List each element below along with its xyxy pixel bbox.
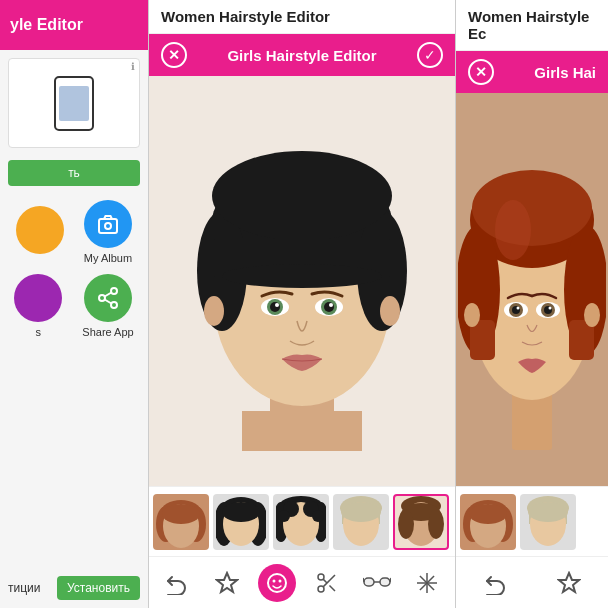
left-panel-title: yle Editor (10, 16, 83, 34)
share-circle[interactable] (84, 274, 132, 322)
right-face-area (456, 93, 608, 486)
promo-row: тиции Установить (0, 568, 148, 608)
svg-point-19 (275, 303, 279, 307)
right-hair-option-1[interactable] (460, 494, 516, 550)
svg-point-51 (398, 509, 414, 539)
right-adjust-button[interactable] (550, 564, 588, 602)
adjust-button[interactable] (208, 564, 246, 602)
purple-label: s (36, 326, 42, 338)
svg-rect-8 (242, 411, 362, 451)
right-hair-option-2[interactable] (520, 494, 576, 550)
right-sub-header: ✕ Girls Hai (456, 51, 608, 93)
undo-button[interactable] (158, 564, 196, 602)
svg-rect-0 (99, 219, 117, 233)
glasses-button[interactable] (358, 564, 396, 602)
middle-panel-title: Women Hairstyle Editor (161, 8, 330, 25)
share-label: Share App (82, 326, 133, 338)
svg-point-52 (428, 509, 444, 539)
face-button[interactable] (258, 564, 296, 602)
svg-point-57 (318, 574, 324, 580)
hair-option-5[interactable] (393, 494, 449, 550)
ad-green-button[interactable]: ть (8, 160, 140, 186)
svg-point-23 (329, 303, 333, 307)
ad-block: ℹ (8, 58, 140, 148)
hair-option-3[interactable] (273, 494, 329, 550)
svg-point-83 (517, 306, 520, 309)
hair-option-2[interactable] (213, 494, 269, 550)
middle-sub-header: ✕ Girls Hairstyle Editor ✓ (149, 34, 455, 76)
right-panel: Women Hairstyle Ec ✕ Girls Hai (456, 0, 608, 608)
svg-line-65 (363, 578, 364, 582)
middle-check-button[interactable]: ✓ (417, 42, 443, 68)
svg-point-24 (204, 296, 224, 326)
toolbar-row (149, 556, 455, 608)
purple-icon-item: s (14, 274, 62, 338)
hair-options-row (149, 486, 455, 556)
svg-point-76 (472, 170, 592, 246)
svg-point-55 (273, 579, 276, 582)
svg-point-4 (111, 302, 117, 308)
album-label: My Album (84, 252, 132, 264)
yellow-icon-item (16, 206, 64, 258)
icon-row-1: My Album (16, 200, 132, 264)
right-face-svg (458, 120, 606, 460)
svg-point-1 (105, 223, 111, 229)
hair-option-4[interactable] (333, 494, 389, 550)
right-panel-header: Women Hairstyle Ec (456, 0, 608, 51)
album-icon-item[interactable]: My Album (84, 200, 132, 264)
right-panel-title: Women Hairstyle Ec (468, 8, 596, 42)
svg-marker-53 (217, 573, 237, 592)
left-panel-header: yle Editor (0, 0, 148, 50)
svg-point-2 (111, 288, 117, 294)
svg-point-79 (495, 200, 531, 260)
install-button[interactable]: Установить (57, 576, 140, 600)
svg-line-66 (390, 578, 391, 582)
left-panel: yle Editor ℹ ть My Album (0, 0, 148, 608)
svg-line-60 (329, 585, 335, 591)
face-svg (162, 111, 442, 451)
middle-close-button[interactable]: ✕ (161, 42, 187, 68)
svg-point-89 (584, 303, 600, 327)
hair-option-1[interactable] (153, 494, 209, 550)
svg-point-56 (279, 579, 282, 582)
right-toolbar-row (456, 556, 608, 608)
right-hair-options-row (456, 486, 608, 556)
svg-point-88 (464, 303, 480, 327)
promo-text: тиции (8, 581, 40, 595)
svg-point-35 (222, 502, 260, 522)
svg-point-30 (162, 504, 200, 524)
middle-panel: Women Hairstyle Editor ✕ Girls Hairstyle… (148, 0, 456, 608)
middle-sub-title: Girls Hairstyle Editor (227, 47, 376, 64)
icon-grid: My Album s Share App (0, 190, 148, 348)
face-area (149, 76, 455, 486)
scissors-button[interactable] (308, 564, 346, 602)
svg-point-15 (222, 264, 382, 288)
svg-point-94 (469, 504, 507, 524)
svg-point-98 (528, 502, 568, 522)
ad-close-icon[interactable]: ℹ (131, 61, 135, 72)
svg-line-5 (105, 300, 112, 304)
svg-line-6 (105, 293, 112, 297)
svg-point-3 (99, 295, 105, 301)
yellow-circle (16, 206, 64, 254)
svg-point-87 (549, 306, 552, 309)
svg-rect-62 (364, 578, 374, 586)
svg-rect-63 (380, 578, 390, 586)
share-icon-item[interactable]: Share App (82, 274, 133, 338)
right-close-button[interactable]: ✕ (468, 59, 494, 85)
svg-point-43 (312, 510, 324, 522)
sparkle-button[interactable] (408, 564, 446, 602)
svg-point-18 (270, 302, 280, 312)
ad-phone-image (54, 76, 94, 131)
right-sub-title: Girls Hai (534, 64, 596, 81)
svg-point-22 (324, 302, 334, 312)
svg-point-42 (278, 510, 290, 522)
svg-point-58 (318, 586, 324, 592)
album-circle[interactable] (84, 200, 132, 248)
svg-point-25 (380, 296, 400, 326)
svg-point-54 (268, 574, 286, 592)
right-undo-button[interactable] (477, 564, 515, 602)
middle-panel-header: Women Hairstyle Editor (149, 0, 455, 34)
svg-line-61 (323, 579, 327, 583)
icon-row-2: s Share App (14, 274, 133, 338)
